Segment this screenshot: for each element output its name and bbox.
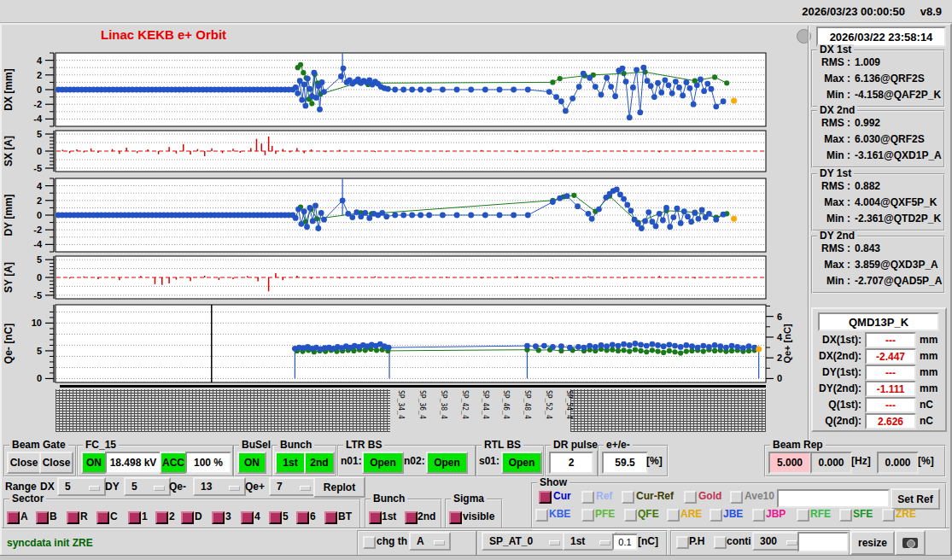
fc15-on-button[interactable]: ON xyxy=(81,452,107,474)
ref-name-input[interactable] xyxy=(777,489,890,508)
dr-pulse-title: DR pulse xyxy=(551,440,600,451)
sector-checkbox-3[interactable] xyxy=(212,511,225,524)
bpm-name-label: SP_38_4 xyxy=(440,390,447,419)
sector-checkbox-5[interactable] xyxy=(269,511,282,524)
show-checkbox-ref[interactable] xyxy=(581,491,594,504)
chart-dy: 420-2-4DY [mm] xyxy=(3,178,766,252)
fc15-voltage-field[interactable]: 18.498 kV xyxy=(105,452,161,474)
sigma-visible-label: visible xyxy=(463,510,494,522)
show-checkbox-pfe[interactable] xyxy=(581,509,594,522)
sector-checkbox-C[interactable] xyxy=(96,511,109,524)
range-dy-dropdown[interactable]: 5 xyxy=(124,477,171,496)
show-checkbox-kbe[interactable] xyxy=(535,509,548,522)
sector-label-5: 5 xyxy=(283,510,289,522)
sector-checkbox-A[interactable] xyxy=(7,511,20,524)
bunch-checkbox-1st[interactable] xyxy=(369,511,382,524)
show-label-zre: ZRE xyxy=(896,508,916,520)
beam-rep-actual-field: 0.000 xyxy=(810,452,852,474)
show-label-gold: Gold xyxy=(698,490,721,502)
ltr-n02-open-button[interactable]: Open xyxy=(426,452,468,474)
ltr-n01-open-button[interactable]: Open xyxy=(362,452,404,474)
stat-box-title: DY 2nd xyxy=(817,230,857,242)
set-ref-button[interactable]: Set Ref xyxy=(891,488,940,510)
stat-line: Max :6.136@QRF2S xyxy=(818,73,925,85)
show-checkbox-jbp[interactable] xyxy=(752,509,765,522)
fc15-acc-button[interactable]: ACC xyxy=(160,452,187,474)
beam-rep-set-field[interactable]: 5.000 xyxy=(768,452,811,474)
fc15-duty-field[interactable]: 100 % xyxy=(185,452,231,474)
sector-label-BT: BT xyxy=(338,510,352,522)
range-qem-dropdown[interactable]: 13 xyxy=(193,477,246,496)
bpm-name-field[interactable]: QMD13P_K xyxy=(818,312,939,331)
stat-box-dx-2nd: DX 2ndRMS :0.992Max :6.030@QRF2SMin :-3.… xyxy=(811,110,945,168)
svg-text:6: 6 xyxy=(777,312,782,322)
conti-checkbox[interactable] xyxy=(714,536,727,549)
sp-bunch-dropdown[interactable]: 1st xyxy=(563,532,616,551)
show-checkbox-are[interactable] xyxy=(667,509,680,522)
chart-dx: 420-2-4DX [mm] xyxy=(3,53,766,126)
show-checkbox-cur-ref[interactable] xyxy=(622,491,634,504)
show-checkbox-sfe[interactable] xyxy=(839,509,852,522)
e-ratio-field[interactable]: 59.5 xyxy=(602,452,648,474)
replot-button[interactable]: Replot xyxy=(313,476,365,498)
beam-gate-close-1-button[interactable]: Close xyxy=(7,452,41,474)
busel-on-button[interactable]: ON xyxy=(237,452,266,474)
bunch-1st-button[interactable]: 1st xyxy=(275,452,306,474)
sector-label-4: 4 xyxy=(254,510,260,522)
show-checkbox-qfe[interactable] xyxy=(624,509,637,522)
svg-text:SY [A]: SY [A] xyxy=(3,262,15,293)
threshold-value-field[interactable]: 0.1 xyxy=(612,534,638,551)
sector-checkbox-BT[interactable] xyxy=(324,511,337,524)
dr-pulse-field[interactable]: 2 xyxy=(549,452,593,474)
bpm-row-value: -1.111 xyxy=(865,381,916,397)
show-label-pfe: PFE xyxy=(595,508,615,520)
show-checkbox-ave10[interactable] xyxy=(730,491,743,504)
stat-box-title: DY 1st xyxy=(817,168,854,179)
bunch-checkbox-2nd[interactable] xyxy=(405,511,418,524)
show-label-ave10: Ave10 xyxy=(745,490,774,502)
ph-checkbox[interactable] xyxy=(676,536,689,549)
screenshot-camera-button[interactable] xyxy=(895,530,926,556)
show-label-rfe: RFE xyxy=(810,508,831,520)
show-label-kbe: KBE xyxy=(549,508,570,520)
navg-dropdown[interactable]: 300 xyxy=(752,532,803,551)
sector-checkbox-R[interactable] xyxy=(67,511,79,524)
show-checkbox-gold[interactable] xyxy=(684,491,697,504)
sector-checkbox-1[interactable] xyxy=(128,511,141,524)
sector-checkbox-6[interactable] xyxy=(296,511,309,524)
show-label-sfe: SFE xyxy=(853,508,873,520)
bunch-2nd-button[interactable]: 2nd xyxy=(304,452,335,474)
panel-divider xyxy=(808,26,809,440)
rtl-s01-open-button[interactable]: Open xyxy=(501,452,542,474)
show-checkbox-rfe[interactable] xyxy=(797,509,809,522)
svg-text:DY [mm]: DY [mm] xyxy=(3,194,15,236)
range-qep-dropdown[interactable]: 7 xyxy=(269,477,317,496)
sigma-visible-checkbox[interactable] xyxy=(449,511,462,524)
resize-button[interactable]: resize xyxy=(850,531,895,555)
sp-device-dropdown[interactable]: SP_AT_0 xyxy=(482,532,566,551)
show-checkbox-zre[interactable] xyxy=(882,509,895,522)
threshold-sector-dropdown[interactable]: A xyxy=(409,532,451,551)
svg-text:DX [mm]: DX [mm] xyxy=(3,68,15,110)
bpm-row-value: -2.447 xyxy=(865,348,916,365)
show-checkbox-jbe[interactable] xyxy=(710,509,722,522)
stat-line: Min :-4.158@QAF2P_K xyxy=(818,89,941,101)
sector-checkbox-D[interactable] xyxy=(181,511,194,524)
sector-checkbox-2[interactable] xyxy=(155,511,168,524)
svg-text:-4: -4 xyxy=(33,239,43,249)
sector-checkbox-B[interactable] xyxy=(36,511,49,524)
range-dy-label: DY xyxy=(105,481,120,493)
bottom-blank-field[interactable] xyxy=(797,532,849,552)
stat-line: RMS :0.992 xyxy=(818,117,880,129)
show-label-ref: Ref xyxy=(596,490,612,502)
beam-gate-title: Beam Gate xyxy=(9,440,68,451)
bpm-row-label: DY(2nd): xyxy=(813,382,861,394)
threshold-unit-label: [nC] xyxy=(638,535,658,547)
show-checkbox-cur[interactable] xyxy=(539,491,552,504)
range-dx-dropdown[interactable]: 5 xyxy=(57,477,106,496)
bunch-label-1st: 1st xyxy=(382,510,396,522)
beam-gate-close-2-button[interactable]: Close xyxy=(39,452,73,474)
sector-checkbox-4[interactable] xyxy=(241,511,254,524)
e-ratio-title: e+/e- xyxy=(604,440,633,451)
chg-th-checkbox[interactable] xyxy=(363,536,376,549)
